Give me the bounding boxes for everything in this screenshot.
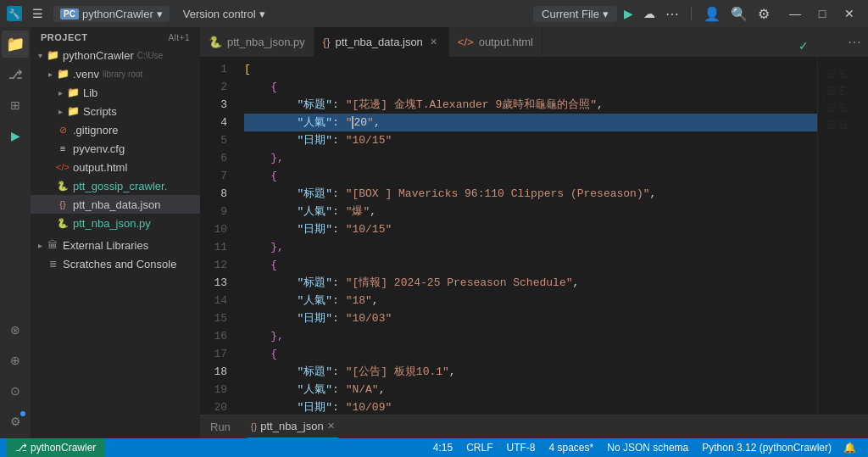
tree-item-venv[interactable]: ▸ 📁 .venv library root	[31, 64, 200, 83]
tabs-more-button[interactable]: ⋯	[841, 27, 868, 57]
tree-item-ptt-gossip[interactable]: ▸ 🐍 ptt_gossip_crawler.	[31, 176, 200, 195]
tab-output-html[interactable]: </> output.html	[449, 27, 542, 57]
line-num: 20	[200, 398, 227, 415]
tab-close-button[interactable]: ✕	[428, 36, 440, 48]
tab-ptt-nba-json-py-label: ptt_nba_json.py	[227, 36, 305, 48]
tab-ptt-nba-json-py[interactable]: 🐍 ptt_nba_json.py	[200, 27, 314, 57]
version-control-selector[interactable]: Version control ▾	[176, 6, 272, 22]
activity-run-icon[interactable]: ▶	[2, 122, 29, 149]
minimize-button[interactable]: —	[783, 4, 807, 23]
scratches-icon: ≣	[46, 257, 59, 270]
activity-bookmark-icon[interactable]: ⊕	[2, 347, 29, 374]
sidebar-title: Project	[41, 32, 87, 42]
line-num: 16	[200, 327, 227, 345]
branch-indicator[interactable]: ⎇ pythonCrawler	[7, 438, 104, 457]
more-icon[interactable]: ⋯	[665, 6, 679, 22]
code-editor[interactable]: [ { "标题": "[花邊] 金塊T.Alexander 9歲時和龜龜的合照"…	[234, 57, 817, 415]
maximize-button[interactable]: □	[810, 4, 834, 23]
ptt-nba-json-file-icon: {}	[251, 421, 257, 432]
indentation-label: 4 spaces*	[549, 442, 594, 454]
status-bar: ⎇ pythonCrawler 4:15 CRLF UTF-8 4 spaces…	[0, 438, 868, 457]
activity-bar: 📁 ⎇ ⊞ ▶ ⊛ ⊕ ⊙ ⚙	[0, 27, 31, 438]
html-file-icon: </>	[56, 160, 70, 174]
notifications-button[interactable]: 🔔	[838, 438, 861, 457]
tab-ptt-nba-data-json[interactable]: {} ptt_nba_data.json ✕	[314, 27, 449, 57]
tree-item-external-libraries[interactable]: ▸ 🏛 External Libraries	[31, 236, 200, 254]
run-tab[interactable]: Run	[207, 415, 234, 439]
settings-icon[interactable]: ⚙	[758, 6, 770, 22]
tree-item-pythonCrawler[interactable]: ▾ 📁 pythonCrawler C:\Use	[31, 46, 200, 64]
line-num: 17	[200, 345, 227, 363]
pc-badge: PC	[60, 8, 79, 20]
line-num: 2	[200, 78, 227, 96]
activity-project-icon[interactable]: 📁	[2, 31, 29, 58]
tree-item-gitignore[interactable]: ▸ ⊘ .gitignore	[31, 120, 200, 139]
gitignore-icon: ⊘	[56, 123, 70, 137]
line-num: 10	[200, 220, 227, 238]
profile-icon[interactable]: 👤	[704, 6, 721, 22]
ptt-nba-json-tab-label: ptt_nba_json	[260, 420, 323, 432]
py-tab-icon: 🐍	[209, 36, 222, 48]
tree-item-output-html[interactable]: ▸ </> output.html	[31, 158, 200, 176]
library-root-badge: library root	[103, 70, 142, 79]
library-icon: 🏛	[46, 238, 59, 252]
git-branch-icon: ⎇	[15, 442, 27, 454]
cursor-pos-label: 4:15	[433, 442, 453, 454]
line-num: 7	[200, 167, 227, 185]
cursor-position[interactable]: 4:15	[426, 438, 459, 457]
tree-item-pyvenv[interactable]: ▸ ≡ pyvenv.cfg	[31, 139, 200, 158]
folder-lib-icon: 📁	[66, 86, 80, 99]
encoding[interactable]: UTF-8	[500, 438, 542, 457]
folder-icon: 📁	[46, 48, 59, 62]
tab-output-html-label: output.html	[479, 36, 533, 48]
indentation[interactable]: 4 spaces*	[542, 438, 601, 457]
tabs-bar: 🐍 ptt_nba_json.py {} ptt_nba_data.json ✕…	[200, 27, 868, 57]
close-button[interactable]: ✕	[837, 4, 861, 23]
line-ending[interactable]: CRLF	[459, 438, 499, 457]
json-schema[interactable]: No JSON schema	[600, 438, 695, 457]
python-interpreter[interactable]: Python 3.12 (pythonCrawler)	[695, 438, 838, 457]
tree-item-ptt-nba-json[interactable]: ▸ 🐍 ptt_nba_json.py	[31, 214, 200, 232]
main-layout: 📁 ⎇ ⊞ ▶ ⊛ ⊕ ⊙ ⚙ Project Alt+1 ▾ 📁 python…	[0, 27, 868, 438]
py-file-icon: 🐍	[56, 179, 70, 192]
current-file-arrow-icon: ▾	[603, 8, 609, 20]
activity-settings-icon[interactable]: ⚙	[2, 408, 29, 435]
line-num: 6	[200, 149, 227, 167]
tree-item-scripts[interactable]: ▸ 📁 Scripts	[31, 102, 200, 120]
tree-item-ptt-nba-data[interactable]: ▸ {} ptt_nba_data.json	[31, 195, 200, 214]
version-control-label: Version control	[183, 8, 256, 20]
run-tab-label: Run	[210, 421, 231, 433]
current-file-button[interactable]: Current File ▾	[533, 6, 617, 22]
app-logo: 🔧	[7, 6, 22, 21]
sidebar: Project Alt+1 ▾ 📁 pythonCrawler C:\Use ▸…	[31, 27, 200, 438]
folder-scripts-icon: 📁	[66, 104, 80, 118]
project-name: pythonCrawler	[82, 8, 153, 20]
interpreter-label: Python 3.12 (pythonCrawler)	[702, 442, 832, 454]
hamburger-menu[interactable]: ☰	[29, 5, 47, 22]
chevron-right-external-icon: ▸	[34, 239, 46, 251]
line-num: 5	[200, 131, 227, 149]
debug-icon[interactable]: ☁	[643, 7, 655, 20]
line-num: 8	[200, 185, 227, 203]
tree-item-scratches[interactable]: ▸ ≣ Scratches and Console	[31, 254, 200, 273]
sidebar-header: Project Alt+1	[31, 27, 200, 46]
title-bar: 🔧 ☰ PC pythonCrawler ▾ Version control ▾…	[0, 0, 868, 27]
minimap: [ { "title": "xx", "likes": "20", "date"…	[817, 57, 868, 415]
project-selector[interactable]: PC pythonCrawler ▾	[53, 6, 170, 22]
line-num: 11	[200, 238, 227, 256]
run-button[interactable]: ▶	[624, 7, 633, 20]
search-icon[interactable]: 🔍	[731, 6, 748, 22]
tree-item-lib[interactable]: ▸ 📁 Lib	[31, 83, 200, 102]
chevron-right-icon2: ▸	[54, 86, 66, 98]
json-file-selected-icon: {}	[56, 198, 70, 211]
line-num: 3	[200, 96, 227, 114]
bottom-tab-close-button[interactable]: ✕	[327, 421, 335, 432]
activity-structure-icon[interactable]: ⊞	[2, 92, 29, 119]
chevron-right-icon3: ▸	[54, 105, 66, 117]
activity-layers-icon[interactable]: ⊛	[2, 316, 29, 343]
activity-git-icon[interactable]: ⎇	[2, 61, 29, 88]
ptt-nba-json-tab[interactable]: {} ptt_nba_json ✕	[248, 415, 338, 439]
version-arrow-icon: ▾	[259, 8, 265, 20]
activity-database-icon[interactable]: ⊙	[2, 377, 29, 404]
line-numbers: 1 2 3 4 5 6 7 8 9 10 11 12 13 14 15 16 1…	[200, 57, 234, 415]
